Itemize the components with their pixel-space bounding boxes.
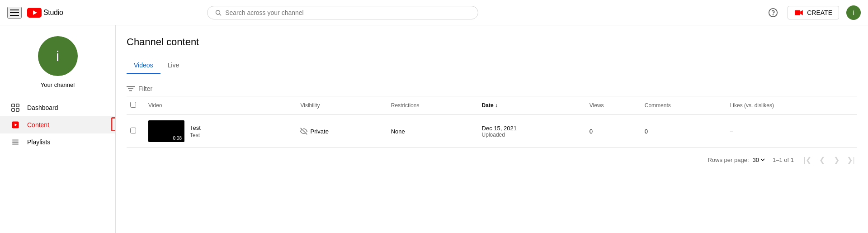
studio-text: Studio — [43, 9, 63, 17]
sort-arrow-icon: ↓ — [495, 102, 498, 109]
sidebar-item-content-label: Content — [27, 121, 49, 128]
row-comments-cell: 0 — [641, 115, 726, 148]
avatar[interactable]: i — [846, 5, 861, 20]
youtube-logo-icon — [27, 8, 42, 18]
table-header-comments: Comments — [641, 96, 726, 115]
search-bar — [207, 6, 478, 19]
row-video-cell: 0:08 Test Test — [145, 115, 297, 148]
channel-avatar: i — [38, 36, 78, 76]
row-date-cell: Dec 15, 2021 Uploaded — [478, 115, 586, 148]
filter-bar: Filter — [127, 81, 857, 96]
svg-marker-7 — [800, 10, 803, 15]
select-all-checkbox[interactable] — [130, 102, 136, 108]
pagination-rows: Rows per page: 30 — [708, 157, 765, 163]
svg-rect-9 — [16, 104, 19, 107]
create-label: CREATE — [807, 9, 832, 16]
rows-per-page-label: Rows per page: — [708, 157, 749, 163]
help-button[interactable] — [766, 5, 780, 20]
table-header-visibility: Visibility — [297, 96, 387, 115]
tab-live[interactable]: Live — [160, 57, 187, 74]
svg-point-5 — [773, 14, 774, 15]
create-button[interactable]: CREATE — [788, 6, 839, 19]
svg-rect-6 — [795, 10, 800, 15]
help-icon — [768, 8, 778, 18]
sidebar-item-playlists[interactable]: Playlists — [0, 133, 115, 151]
video-subtitle: Test — [190, 132, 201, 138]
next-page-button[interactable]: ❯ — [830, 153, 843, 166]
table-header-checkbox — [127, 96, 145, 115]
video-thumbnail: 0:08 — [148, 120, 184, 142]
svg-rect-8 — [12, 104, 14, 107]
logo-area: Studio — [27, 8, 63, 18]
last-page-button[interactable]: ❯| — [844, 153, 857, 166]
rows-value: 30 — [753, 157, 759, 163]
pagination: Rows per page: 30 1–1 of 1 |❮ ❮ ❯ ❯| — [127, 148, 857, 171]
filter-label: Filter — [138, 85, 152, 92]
row-likes-cell: – — [726, 115, 857, 148]
sidebar-item-playlists-label: Playlists — [27, 138, 50, 146]
row-views-cell: 0 — [586, 115, 641, 148]
table-header-views: Views — [586, 96, 641, 115]
table-row: 0:08 Test Test — [127, 115, 857, 148]
svg-rect-10 — [12, 109, 14, 111]
svg-line-3 — [219, 14, 221, 15]
sidebar-item-content[interactable]: Content — [0, 116, 115, 133]
row-checkbox[interactable] — [130, 128, 136, 133]
sidebar: i Your channel Dashboard — [0, 25, 116, 233]
hamburger-button[interactable] — [7, 7, 22, 19]
channel-label: Your channel — [41, 81, 75, 88]
rows-per-page-select[interactable]: 30 — [753, 157, 765, 163]
first-page-button[interactable]: |❮ — [801, 153, 814, 166]
videos-table: Video Visibility Restrictions Date ↓ Vie… — [127, 96, 857, 148]
sidebar-nav: Dashboard Content — [0, 99, 115, 151]
search-icon — [215, 9, 222, 16]
video-camera-icon — [794, 9, 803, 16]
filter-icon — [127, 86, 135, 92]
video-duration: 0:08 — [171, 135, 184, 141]
nav-left: Studio — [7, 7, 63, 19]
svg-point-2 — [216, 10, 220, 14]
table-header-video: Video — [145, 96, 297, 115]
row-visibility-cell: Private — [297, 115, 387, 148]
row-date-sub: Uploaded — [482, 132, 582, 138]
page-title: Channel content — [127, 36, 857, 48]
svg-rect-15 — [112, 118, 116, 131]
row-restrictions-cell: None — [387, 115, 478, 148]
private-icon — [300, 128, 307, 135]
playlists-icon — [11, 138, 20, 146]
visibility-value: Private — [310, 128, 328, 135]
dashboard-icon — [11, 104, 20, 112]
dropdown-arrow-icon — [760, 157, 765, 162]
search-input[interactable] — [225, 9, 471, 16]
tab-videos[interactable]: Videos — [127, 57, 160, 74]
sidebar-item-dashboard-label: Dashboard — [27, 104, 58, 111]
video-title: Test — [190, 124, 201, 131]
main-layout: i Your channel Dashboard — [0, 25, 868, 233]
prev-page-button[interactable]: ❮ — [816, 153, 828, 166]
table-header-restrictions: Restrictions — [387, 96, 478, 115]
pagination-nav: |❮ ❮ ❯ ❯| — [801, 153, 857, 166]
tabs-bar: Videos Live — [127, 57, 857, 74]
row-checkbox-cell — [127, 115, 145, 148]
top-nav: Studio CREATE i — [0, 0, 868, 25]
video-info: Test Test — [190, 124, 201, 138]
svg-rect-11 — [16, 109, 19, 111]
table-header-likes: Likes (vs. dislikes) — [726, 96, 857, 115]
row-date: Dec 15, 2021 — [482, 125, 582, 132]
table-header-date[interactable]: Date ↓ — [478, 96, 586, 115]
sidebar-item-dashboard[interactable]: Dashboard — [0, 99, 115, 116]
nav-right: CREATE i — [766, 5, 861, 20]
content-icon — [11, 121, 20, 129]
page-info: 1–1 of 1 — [773, 157, 794, 163]
arrow-annotation — [111, 114, 116, 136]
content-area: Channel content Videos Live Filter Video… — [116, 25, 868, 233]
